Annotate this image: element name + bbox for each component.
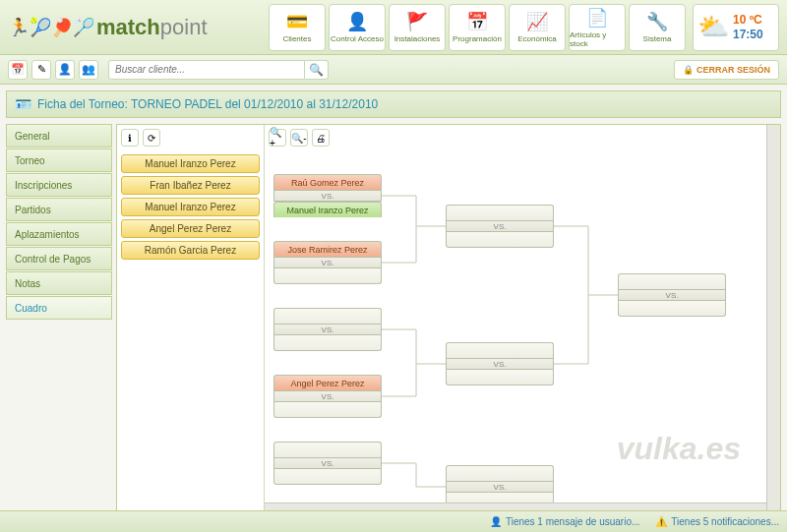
match-slot[interactable]: VS. <box>446 205 554 248</box>
bracket-tools: 🔍+ 🔍- 🖨 <box>269 129 776 147</box>
bracket-area: 🔍+ 🔍- 🖨 Raú Gomez PerezVS.Manuel Iranzo … <box>265 125 780 516</box>
info-button[interactable]: ℹ <box>121 129 139 147</box>
scrollbar-vertical[interactable] <box>766 125 780 516</box>
match-player-bottom <box>273 402 382 418</box>
zoom-in-button[interactable]: 🔍+ <box>269 129 286 147</box>
sidebar-item-torneo[interactable]: Torneo <box>6 148 112 172</box>
sidebar-item-partidos[interactable]: Partidos <box>6 198 112 221</box>
calendar-button[interactable]: 📅 <box>8 60 28 80</box>
match-vs: VS. <box>446 358 554 370</box>
header: 🏃🎾🏓🏸 matchpoint 💳Clientes👤Control Acceso… <box>0 0 787 55</box>
match-player-top <box>446 205 554 220</box>
match-vs: VS. <box>273 190 382 202</box>
page-title-bar: 🪪 Ficha del Torneo: TORNEO PADEL del 01/… <box>6 90 781 118</box>
topnav-icon: 🔧 <box>646 11 668 32</box>
sidebar: GeneralTorneoInscripcionesPartidosAplaza… <box>6 124 112 517</box>
match-player-bottom <box>618 301 726 317</box>
topnav: 💳Clientes👤Control Acceso🚩Instalaciones📅P… <box>269 4 689 51</box>
match-player-bottom <box>273 469 382 485</box>
bracket: Raú Gomez PerezVS.Manuel Iranzo PerezJos… <box>269 152 776 506</box>
player-tools: ℹ ⟳ <box>121 129 260 147</box>
match-vs: VS. <box>273 390 382 402</box>
sidebar-item-inscripciones[interactable]: Inscripciones <box>6 173 112 197</box>
match-slot[interactable]: VS. <box>446 342 554 385</box>
topnav-icon: 👤 <box>346 11 368 32</box>
match-vs: VS. <box>273 324 382 335</box>
match-player-top: Jose Ramirez Perez <box>273 241 382 257</box>
topnav-icon: 📅 <box>466 11 488 32</box>
user2-button[interactable]: 👥 <box>79 60 98 80</box>
logo-figures-icon: 🏃🎾🏓🏸 <box>8 17 94 38</box>
content: GeneralTorneoInscripcionesPartidosAplaza… <box>0 124 787 517</box>
match-player-bottom <box>446 232 554 248</box>
edit-button[interactable]: ✎ <box>31 60 51 80</box>
match-vs: VS. <box>273 257 382 268</box>
sidebar-item-control-de-pagos[interactable]: Control de Pagos <box>6 247 112 270</box>
match-slot[interactable]: Jose Ramirez PerezVS. <box>273 241 382 284</box>
logout-button[interactable]: 🔒 CERRAR SESIÓN <box>674 60 779 80</box>
messages-link[interactable]: 👤 Tienes 1 mensaje de usuario... <box>490 516 639 527</box>
page-title: Ficha del Torneo: TORNEO PADEL del 01/12… <box>37 97 378 111</box>
player-chip[interactable]: Ramón Garcia Perez <box>121 241 260 260</box>
match-player-top: Raú Gomez Perez <box>273 174 382 190</box>
topnav-económica[interactable]: 📈Económica <box>509 4 566 51</box>
match-player-bottom: Manuel Iranzo Perez <box>273 202 382 217</box>
weather-time: 17:50 <box>733 28 763 41</box>
player-chip[interactable]: Angel Perez Perez <box>121 219 260 238</box>
user-icon: 👤 <box>490 516 502 527</box>
topnav-icon: 📈 <box>526 11 548 32</box>
player-chip[interactable]: Fran Ibañez Perez <box>121 176 260 195</box>
match-player-bottom <box>273 335 382 351</box>
footer: 👤 Tienes 1 mensaje de usuario... ⚠️ Tien… <box>0 510 787 532</box>
player-list-panel: ℹ ⟳ Manuel Iranzo PerezFran Ibañez Perez… <box>117 125 265 516</box>
notifications-link[interactable]: ⚠️ Tienes 5 notificaciones... <box>655 516 779 527</box>
player-chip[interactable]: Manuel Iranzo Perez <box>121 154 260 173</box>
topnav-clientes[interactable]: 💳Clientes <box>269 4 326 51</box>
match-player-top: Angel Perez Perez <box>273 375 382 390</box>
match-player-bottom <box>446 370 554 385</box>
match-player-bottom <box>273 268 382 284</box>
weather-icon: ⛅ <box>697 12 729 42</box>
main-panel: ℹ ⟳ Manuel Iranzo PerezFran Ibañez Perez… <box>116 124 781 517</box>
user1-button[interactable]: 👤 <box>55 60 75 80</box>
print-button[interactable]: 🖨 <box>312 129 330 147</box>
match-player-top <box>273 442 382 457</box>
match-slot[interactable]: Raú Gomez PerezVS.Manuel Iranzo Perez <box>273 174 382 217</box>
match-slot[interactable]: VS. <box>273 308 382 351</box>
match-slot[interactable]: VS. <box>273 442 382 485</box>
topnav-programación[interactable]: 📅Programación <box>449 4 506 51</box>
card-icon: 🪪 <box>15 96 31 112</box>
topnav-artículos-y-stock[interactable]: 📄Artículos y stock <box>569 4 626 51</box>
logo: 🏃🎾🏓🏸 matchpoint <box>8 15 208 40</box>
player-chip[interactable]: Manuel Iranzo Perez <box>121 198 260 216</box>
zoom-out-button[interactable]: 🔍- <box>290 129 308 147</box>
sidebar-item-cuadro[interactable]: Cuadro <box>6 296 112 320</box>
match-player-top <box>446 465 554 481</box>
search-wrap: 🔍 <box>108 60 329 80</box>
match-vs: VS. <box>446 481 554 493</box>
refresh-button[interactable]: ⟳ <box>143 129 160 147</box>
topnav-instalaciones[interactable]: 🚩Instalaciones <box>389 4 446 51</box>
match-player-top <box>446 342 554 358</box>
topnav-control-acceso[interactable]: 👤Control Acceso <box>329 4 386 51</box>
warning-icon: ⚠️ <box>655 516 667 527</box>
topnav-icon: 📄 <box>586 7 608 29</box>
weather-temp: 10 ºC <box>733 13 763 27</box>
toolbar: 📅 ✎ 👤 👥 🔍 🔒 CERRAR SESIÓN <box>0 55 787 85</box>
lock-icon: 🔒 <box>683 65 694 75</box>
match-vs: VS. <box>618 289 726 301</box>
sidebar-item-notas[interactable]: Notas <box>6 271 112 295</box>
search-button[interactable]: 🔍 <box>305 60 329 80</box>
topnav-sistema[interactable]: 🔧Sistema <box>629 4 686 51</box>
match-slot[interactable]: VS. <box>618 273 726 317</box>
sidebar-item-aplazamientos[interactable]: Aplazamientos <box>6 222 112 246</box>
match-player-top <box>618 273 726 289</box>
topnav-icon: 🚩 <box>406 11 428 32</box>
sidebar-item-general[interactable]: General <box>6 124 112 148</box>
logo-text: matchpoint <box>96 15 208 40</box>
weather-widget: ⛅ 10 ºC 17:50 <box>693 4 779 51</box>
match-slot[interactable]: Angel Perez PerezVS. <box>273 375 382 418</box>
match-player-top <box>273 308 382 324</box>
search-input[interactable] <box>108 60 305 80</box>
match-vs: VS. <box>273 457 382 469</box>
